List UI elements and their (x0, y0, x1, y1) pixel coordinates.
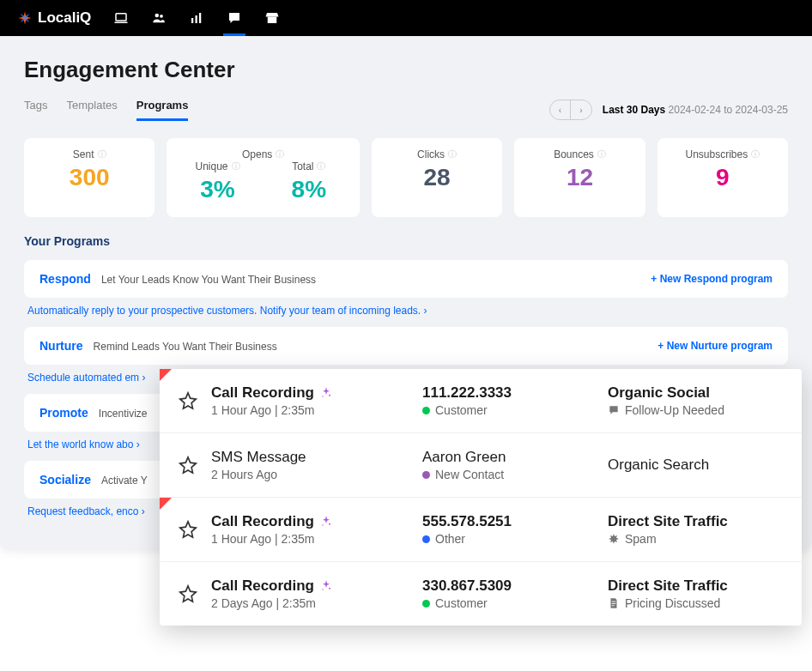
lead-row[interactable]: Call Recording 1 Hour Ago | 2:35m 111.22… (160, 369, 802, 433)
lead-title: SMS Message (211, 449, 409, 466)
store-icon[interactable] (264, 10, 280, 26)
program-name[interactable]: Nurture (39, 339, 83, 353)
chart-icon[interactable] (189, 10, 204, 26)
svg-point-1 (155, 14, 160, 18)
stat-opens-unique-value: 3% (180, 176, 254, 203)
lead-title: Call Recording (211, 384, 409, 402)
lead-source: Direct Site Traffic (608, 513, 783, 530)
program-name[interactable]: Respond (39, 272, 91, 286)
program-card: Respond Let Your Leads Know You Want The… (24, 260, 788, 298)
stat-clicks: Clicks 28 (372, 138, 502, 217)
svg-point-12 (322, 589, 323, 589)
stat-unsubs: Unsubscribes 9 (657, 138, 788, 217)
sparkle-icon (319, 579, 333, 593)
lead-status: Other (422, 532, 594, 546)
next-period-button[interactable]: › (571, 100, 591, 119)
lead-row[interactable]: SMS Message 2 Hours Ago Aaron Green New … (160, 433, 802, 498)
stat-opens-total-value: 8% (272, 176, 346, 203)
stat-bounces-label: Bounces (528, 148, 631, 160)
brand-name: LocaliQ (38, 9, 91, 27)
svg-rect-14 (612, 603, 616, 604)
svg-point-8 (322, 396, 323, 396)
lead-timestamp: 1 Hour Ago | 2:35m (211, 403, 409, 417)
users-icon[interactable] (151, 10, 167, 26)
lead-row[interactable]: Call Recording 2 Days Ago | 2:35m 330.86… (160, 562, 802, 626)
burst-icon (608, 533, 620, 545)
status-dot-icon (422, 535, 430, 543)
svg-rect-4 (196, 15, 197, 23)
stat-clicks-value: 28 (385, 164, 488, 191)
lead-tag: Spam (608, 532, 783, 546)
status-dot-icon (422, 407, 430, 414)
lead-source: Organic Social (608, 384, 783, 402)
brand-logo[interactable]: LocaliQ (17, 9, 91, 27)
lead-tag: Follow-Up Needed (608, 403, 783, 417)
svg-point-2 (160, 15, 163, 18)
lead-contact: 555.578.5251 (422, 513, 594, 530)
star-icon[interactable] (179, 391, 197, 410)
stat-bounces-value: 12 (528, 164, 631, 191)
svg-rect-5 (199, 13, 201, 23)
star-icon[interactable] (179, 584, 197, 603)
svg-point-7 (329, 395, 330, 396)
stat-clicks-label: Clicks (385, 148, 488, 160)
program-name[interactable]: Socialize (39, 473, 91, 487)
date-arrows: ‹ › (549, 100, 592, 120)
date-range-label[interactable]: Last 30 Days 2024-02-24 to 2024-03-25 (603, 104, 788, 116)
corner-flag-icon (160, 369, 172, 381)
svg-point-11 (329, 588, 330, 589)
stat-unsubs-label: Unsubscribes (671, 148, 774, 160)
lead-row[interactable]: Call Recording 1 Hour Ago | 2:35m 555.57… (160, 498, 802, 562)
date-preset: Last 30 Days (603, 104, 665, 116)
status-dot-icon (422, 471, 430, 479)
document-icon (608, 597, 620, 609)
stat-sent-label: Sent (38, 148, 141, 160)
corner-flag-icon (160, 498, 172, 510)
star-icon[interactable] (179, 456, 197, 475)
stat-bounces: Bounces 12 (514, 138, 645, 217)
stat-sent-value: 300 (38, 164, 141, 191)
date-range: 2024-02-24 to 2024-03-25 (669, 104, 788, 116)
laptop-icon[interactable] (113, 10, 129, 26)
tab-list: Tags Templates Programs (24, 99, 188, 121)
program-sublink[interactable]: Automatically reply to your prospective … (24, 305, 788, 317)
date-controls: ‹ › Last 30 Days 2024-02-24 to 2024-03-2… (549, 100, 788, 120)
stat-unsubs-value: 9 (671, 164, 774, 191)
prev-period-button[interactable]: ‹ (550, 100, 571, 119)
star-icon[interactable] (179, 520, 197, 539)
page-title: Engagement Center (24, 57, 788, 83)
lead-status: Customer (422, 403, 594, 417)
sparkle-icon (319, 386, 333, 400)
stat-opens-total-label: Total (272, 160, 346, 172)
chat-icon[interactable] (227, 10, 242, 26)
new-program-link[interactable]: New Nurture program (657, 340, 773, 352)
stats-row: Sent 300 Opens Unique 3% Total 8% Clicks… (24, 138, 788, 217)
status-dot-icon (422, 600, 430, 608)
program-name[interactable]: Promote (39, 406, 88, 420)
tab-templates[interactable]: Templates (66, 99, 117, 121)
lead-title: Call Recording (211, 513, 409, 530)
tab-programs[interactable]: Programs (136, 99, 189, 121)
svg-rect-15 (612, 605, 615, 606)
tab-tags[interactable]: Tags (24, 99, 47, 121)
lead-title: Call Recording (211, 577, 409, 595)
svg-point-10 (322, 524, 323, 525)
stat-sent: Sent 300 (24, 138, 155, 217)
sparkle-icon (319, 515, 333, 529)
new-program-link[interactable]: New Respond program (651, 273, 773, 285)
chat-bubble-icon (608, 404, 620, 416)
program-desc: Incentivize (99, 408, 148, 420)
top-navbar: LocaliQ (0, 0, 812, 36)
svg-rect-0 (116, 14, 126, 21)
lead-status: Customer (422, 596, 594, 610)
program-desc: Remind Leads You Want Their Business (94, 341, 277, 353)
lead-source: Direct Site Traffic (608, 577, 783, 595)
svg-point-9 (329, 523, 330, 525)
lead-timestamp: 2 Hours Ago (211, 468, 409, 481)
lead-source: Organic Search (608, 456, 783, 474)
svg-rect-13 (612, 601, 616, 602)
lead-contact: 111.222.3333 (422, 384, 594, 402)
lead-timestamp: 2 Days Ago | 2:35m (211, 596, 409, 610)
program-card: Nurture Remind Leads You Want Their Busi… (24, 327, 788, 365)
leads-overlay-panel: Call Recording 1 Hour Ago | 2:35m 111.22… (160, 369, 802, 626)
